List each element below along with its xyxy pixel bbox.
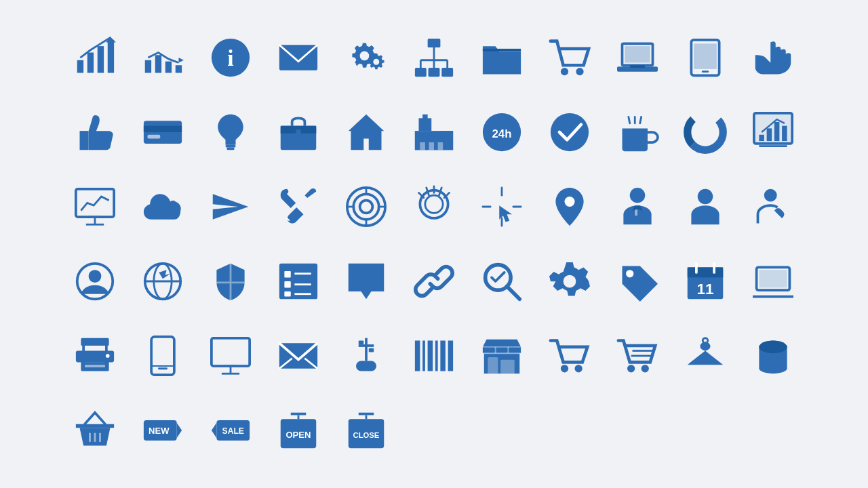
svg-rect-49: [422, 115, 428, 120]
svg-marker-73: [213, 194, 249, 220]
check-circle-icon: [536, 95, 604, 169]
svg-point-61: [695, 122, 715, 142]
calendar-icon: 11: [671, 244, 739, 319]
svg-rect-17: [428, 39, 441, 47]
svg-rect-48: [419, 118, 432, 131]
location-pin-icon: [536, 169, 604, 244]
gear-icon: [536, 244, 604, 319]
svg-rect-40: [226, 145, 236, 148]
svg-rect-1: [87, 53, 94, 73]
svg-point-161: [627, 365, 635, 372]
cloud-icon: [129, 169, 197, 244]
svg-text:CLOSE: CLOSE: [353, 431, 380, 439]
svg-line-56: [629, 117, 630, 123]
laptop2-icon: [739, 244, 807, 319]
svg-rect-145: [422, 341, 425, 371]
link-icon: [400, 244, 468, 319]
svg-point-98: [764, 189, 777, 202]
factory-icon: [400, 95, 468, 169]
svg-rect-107: [284, 291, 290, 297]
folder-icon: [468, 20, 536, 95]
search-check-icon: [468, 244, 536, 319]
svg-rect-64: [759, 135, 764, 141]
svg-point-165: [759, 341, 787, 354]
store-icon: [468, 319, 536, 393]
growth-chart-icon: [61, 20, 129, 95]
decline-chart-icon: [129, 20, 197, 95]
person-icon: [671, 169, 739, 244]
close-sign-icon: CLOSE: [332, 393, 400, 468]
svg-point-76: [353, 194, 379, 220]
svg-rect-105: [284, 271, 290, 277]
businessman-icon: [604, 169, 671, 244]
svg-rect-3: [108, 40, 114, 73]
analytics-icon: [739, 95, 807, 169]
cart-icon: [536, 319, 604, 393]
shield-icon: [197, 244, 264, 319]
svg-rect-2: [98, 46, 104, 73]
email-icon: [264, 20, 332, 95]
svg-rect-41: [226, 148, 234, 150]
mobile-icon: [129, 319, 197, 393]
tablet-icon: [671, 20, 739, 95]
profile-icon: [61, 244, 129, 319]
mail-icon: [264, 319, 332, 393]
tools-icon: [264, 169, 332, 244]
24h-icon: 24h: [468, 95, 536, 169]
svg-rect-5: [145, 60, 151, 73]
svg-rect-67: [782, 126, 787, 142]
barcode-icon: [400, 319, 468, 393]
monitor-icon: [197, 319, 264, 393]
svg-point-83: [425, 195, 443, 213]
settings-gear-icon: [332, 20, 400, 95]
info-icon: i: [197, 20, 264, 95]
svg-rect-6: [155, 55, 161, 73]
svg-point-94: [630, 188, 646, 203]
svg-text:24h: 24h: [492, 127, 511, 140]
svg-text:SALE: SALE: [222, 426, 244, 436]
icon-grid: i: [47, 7, 821, 481]
printer-icon: [61, 319, 129, 393]
person-phone-icon: [739, 169, 807, 244]
svg-rect-32: [630, 65, 646, 68]
lightbulb-icon: [197, 95, 264, 169]
svg-rect-143: [369, 348, 374, 352]
svg-rect-19: [429, 68, 440, 77]
home-icon: [332, 95, 400, 169]
svg-rect-147: [435, 341, 438, 371]
target-icon: [332, 169, 400, 244]
hanger-icon: [671, 319, 739, 393]
svg-point-100: [89, 270, 102, 283]
coffee-icon: [604, 95, 671, 169]
svg-line-112: [507, 287, 520, 300]
svg-rect-38: [144, 126, 182, 132]
svg-rect-132: [212, 338, 250, 366]
thumbs-up-icon: [61, 95, 129, 169]
basket-icon: [61, 393, 129, 468]
sale-tag-icon: SALE: [197, 393, 264, 468]
svg-marker-45: [349, 115, 384, 150]
svg-rect-39: [148, 135, 161, 139]
svg-rect-30: [625, 46, 650, 62]
chat-icon: [332, 244, 400, 319]
wallet-icon: [739, 319, 807, 393]
list-icon: [264, 244, 332, 319]
hand-point-icon: [739, 20, 807, 95]
svg-rect-146: [428, 341, 433, 371]
svg-rect-149: [448, 341, 454, 371]
svg-point-14: [360, 52, 370, 61]
donut-chart-icon: [671, 95, 739, 169]
svg-rect-151: [488, 357, 498, 373]
svg-point-157: [561, 365, 568, 372]
svg-rect-44: [296, 129, 301, 135]
svg-point-27: [561, 68, 568, 75]
svg-point-93: [565, 197, 575, 207]
globe-flight-icon: [129, 244, 197, 319]
cart-list-icon: [604, 319, 671, 393]
svg-point-128: [106, 354, 110, 358]
award-icon: [400, 169, 468, 244]
svg-rect-116: [688, 267, 724, 277]
usb-icon: [332, 319, 400, 393]
svg-rect-65: [767, 128, 772, 141]
svg-rect-50: [420, 142, 425, 150]
